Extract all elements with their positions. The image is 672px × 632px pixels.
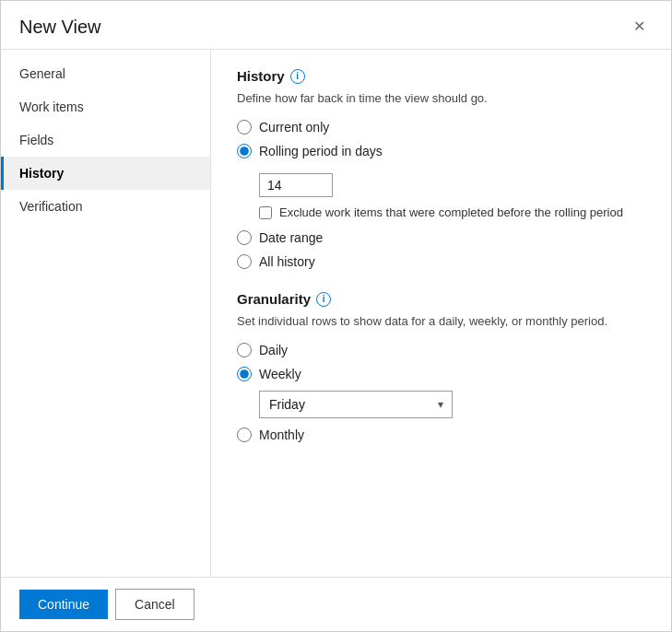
radio-current-only-label: Current only [259, 120, 329, 135]
radio-all-history-input[interactable] [237, 254, 252, 269]
sidebar-item-history[interactable]: History [1, 157, 210, 190]
granularity-description: Set individual rows to show data for a d… [237, 314, 645, 328]
main-content: History i Define how far back in time th… [211, 50, 671, 577]
sidebar-item-fields[interactable]: Fields [1, 123, 210, 157]
exclude-label: Exclude work items that were completed b… [279, 205, 623, 221]
sidebar-item-general[interactable]: General [1, 57, 210, 90]
radio-daily-label: Daily [259, 343, 288, 357]
dialog-title: New View [19, 17, 101, 38]
radio-current-only-input[interactable] [237, 120, 252, 135]
radio-rolling-period[interactable]: Rolling period in days [237, 144, 645, 158]
granularity-section: Granularity i Set individual rows to sho… [237, 291, 645, 442]
dialog-footer: Continue Cancel [1, 577, 671, 631]
dialog-header: New View ✕ [1, 1, 671, 50]
new-view-dialog: New View ✕ General Work items Fields His… [0, 0, 672, 632]
weekly-day-select[interactable]: Sunday Monday Tuesday Wednesday Thursday… [259, 391, 453, 418]
exclude-checkbox-row: Exclude work items that were completed b… [259, 205, 645, 221]
radio-weekly[interactable]: Weekly [237, 367, 645, 381]
radio-all-history-label: All history [259, 254, 315, 269]
history-section: History i Define how far back in time th… [237, 68, 645, 269]
radio-all-history[interactable]: All history [237, 254, 645, 269]
radio-daily[interactable]: Daily [237, 343, 645, 357]
sidebar-item-work-items[interactable]: Work items [1, 90, 210, 123]
radio-weekly-input[interactable] [237, 367, 252, 381]
rolling-period-controls: Exclude work items that were completed b… [259, 173, 645, 221]
radio-date-range[interactable]: Date range [237, 230, 645, 245]
cancel-button[interactable]: Cancel [115, 589, 195, 620]
sidebar: General Work items Fields History Verifi… [1, 50, 211, 577]
granularity-options: Daily Weekly Sunday Monday Tuesday Wed [237, 343, 645, 442]
close-button[interactable]: ✕ [626, 16, 653, 38]
radio-rolling-period-input[interactable] [237, 144, 252, 158]
history-section-title: History i [237, 68, 645, 84]
rolling-period-input[interactable] [259, 173, 333, 197]
history-description: Define how far back in time the view sho… [237, 91, 645, 105]
radio-weekly-label: Weekly [259, 367, 301, 381]
radio-monthly[interactable]: Monthly [237, 427, 645, 442]
radio-rolling-period-label: Rolling period in days [259, 144, 383, 158]
history-info-icon[interactable]: i [290, 69, 305, 84]
radio-current-only[interactable]: Current only [237, 120, 645, 135]
sidebar-item-verification[interactable]: Verification [1, 190, 210, 223]
radio-date-range-label: Date range [259, 230, 323, 245]
continue-button[interactable]: Continue [19, 590, 108, 619]
weekly-day-wrapper: Sunday Monday Tuesday Wednesday Thursday… [259, 391, 453, 418]
exclude-checkbox[interactable] [259, 206, 272, 219]
radio-monthly-label: Monthly [259, 427, 304, 442]
radio-monthly-input[interactable] [237, 427, 252, 442]
history-options: Current only Rolling period in days Excl… [237, 120, 645, 269]
radio-daily-input[interactable] [237, 343, 252, 357]
granularity-info-icon[interactable]: i [316, 292, 331, 307]
granularity-section-title: Granularity i [237, 291, 645, 307]
dialog-body: General Work items Fields History Verifi… [1, 50, 671, 577]
radio-date-range-input[interactable] [237, 230, 252, 245]
